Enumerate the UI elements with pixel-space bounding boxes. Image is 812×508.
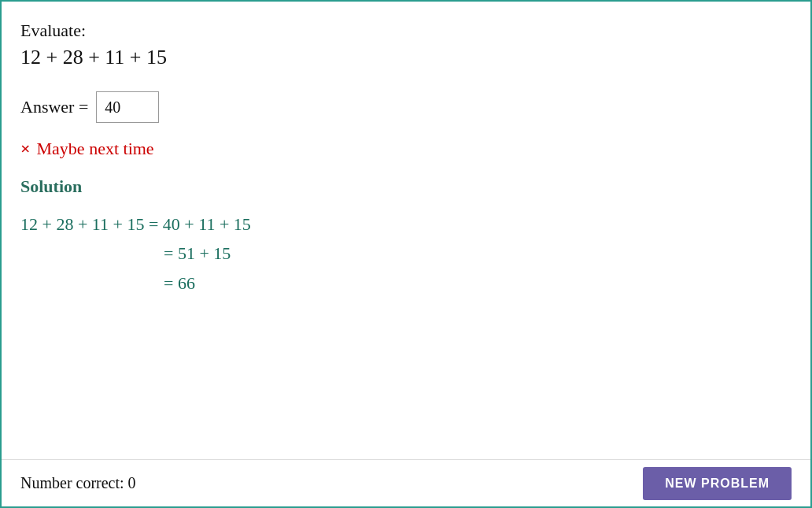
answer-row: Answer =	[20, 91, 792, 123]
solution-label: Solution	[20, 176, 792, 197]
answer-input[interactable]	[96, 91, 159, 123]
result-row: × Maybe next time	[20, 139, 792, 159]
solution-line-1: 12 + 28 + 11 + 15 = 40 + 11 + 15	[20, 210, 792, 239]
footer: Number correct: 0 NEW PROBLEM	[2, 459, 810, 506]
evaluate-label: Evaluate:	[20, 20, 792, 41]
number-correct: Number correct: 0	[20, 474, 136, 492]
problem-expression: 12 + 28 + 11 + 15	[20, 46, 792, 69]
x-mark-icon: ×	[20, 139, 31, 159]
main-content: Evaluate: 12 + 28 + 11 + 15 Answer = × M…	[2, 2, 810, 361]
answer-label: Answer =	[20, 97, 88, 117]
solution-steps: 12 + 28 + 11 + 15 = 40 + 11 + 15 = 51 + …	[20, 210, 792, 298]
new-problem-button[interactable]: NEW PROBLEM	[643, 467, 792, 500]
solution-line-3: = 66	[20, 269, 792, 298]
result-message: Maybe next time	[37, 139, 154, 159]
solution-line-2: = 51 + 15	[20, 239, 792, 268]
